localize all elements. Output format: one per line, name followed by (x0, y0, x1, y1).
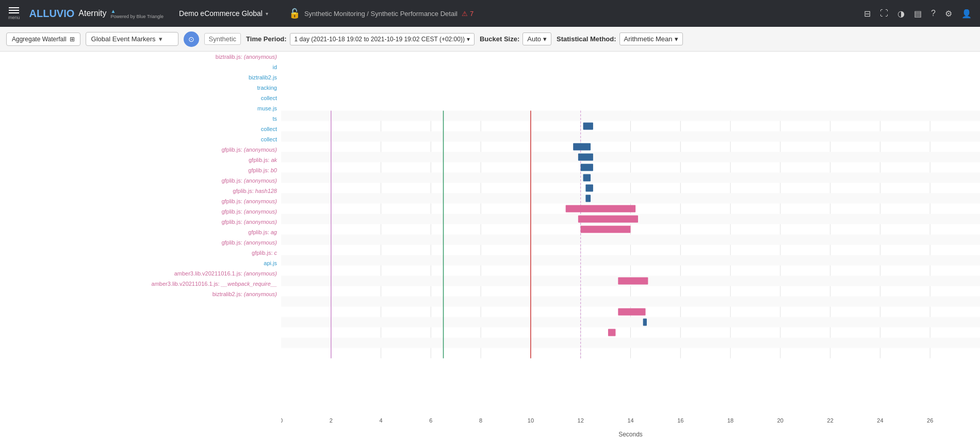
row-label: gfplib.js: b0 (0, 165, 281, 175)
chevron-down-icon: ▾ (675, 35, 678, 43)
time-period-area: Time Period: 1 day (2021-10-18 19:02 to … (246, 33, 475, 45)
waterfall-chart (281, 52, 980, 417)
row-label: api.js (0, 258, 281, 268)
svg-rect-15 (281, 152, 980, 163)
lock-icon: 🔓 (289, 8, 300, 19)
synthetic-label-text: Synthetic (209, 35, 236, 43)
logo-alluvio: ALLUVIO (29, 8, 75, 20)
svg-rect-13 (281, 111, 980, 121)
chevron-down-icon: ▾ (467, 36, 470, 43)
axis-row: 02468101214161820222426 Seconds (281, 417, 980, 438)
synthetic-tag: Synthetic (204, 33, 241, 45)
svg-rect-38 (581, 226, 631, 233)
row-label: gfplib.js: (anonymous) (0, 217, 281, 227)
axis-tick: 22 (827, 417, 834, 424)
chevron-down-icon: ▾ (266, 11, 268, 17)
layout-icon[interactable]: ▤ (914, 9, 922, 19)
stat-method-selector[interactable]: Arithmetic Mean ▾ (619, 33, 683, 45)
bucket-size-selector[interactable]: Auto ▾ (522, 33, 551, 45)
circle-action-button[interactable]: ⊙ (184, 31, 199, 47)
help-icon[interactable]: ? (931, 9, 936, 18)
row-label: id (0, 62, 281, 72)
svg-rect-33 (583, 174, 591, 182)
row-label: gfplib.js: hash128 (0, 186, 281, 196)
row-label: gfplib.js: c (0, 248, 281, 258)
fullscreen-icon[interactable]: ⛶ (880, 9, 888, 18)
row-label: collect (0, 93, 281, 103)
row-label: collect (0, 134, 281, 144)
row-label: gfplib.js: ak (0, 155, 281, 165)
user-icon[interactable]: 👤 (961, 9, 972, 19)
svg-rect-23 (281, 317, 980, 328)
svg-rect-36 (566, 205, 636, 213)
svg-rect-31 (578, 154, 593, 161)
axis-tick: 10 (528, 417, 534, 424)
axis-tick: 4 (380, 417, 383, 424)
row-label: biztralib.js: (anonymous) (0, 52, 281, 62)
global-event-label: Global Event Markers (91, 35, 156, 43)
svg-rect-37 (578, 216, 638, 223)
svg-rect-35 (585, 195, 591, 202)
breadcrumb-area: 🔓 Synthetic Monitoring / Synthetic Perfo… (289, 8, 859, 19)
chevron-down-icon: ▾ (159, 35, 162, 43)
svg-rect-32 (581, 164, 593, 171)
axis-tick: 12 (578, 417, 584, 424)
settings-icon[interactable]: ⚙ (945, 9, 952, 19)
time-period-label: Time Period: (246, 35, 287, 43)
svg-rect-30 (573, 143, 591, 151)
nav-icons: ⊟ ⛶ ◑ ▤ ? ⚙ 👤 (864, 9, 972, 19)
toolbar: Aggregate Waterfall ⊞ Global Event Marke… (0, 27, 980, 52)
svg-rect-22 (281, 297, 980, 307)
row-label: gfplib.js: (anonymous) (0, 175, 281, 186)
bucket-size-value-text: Auto (527, 35, 541, 43)
axis-tick: 24 (877, 417, 883, 424)
global-event-dropdown[interactable]: Global Event Markers ▾ (86, 32, 178, 46)
row-label: amber3.lib.v20211016.1.js: __webpack_req… (0, 279, 281, 289)
logo-area: ALLUVIO Aternity ▲ Powered by Blue Trian… (29, 8, 164, 20)
svg-rect-39 (618, 278, 648, 285)
row-label: ts (0, 113, 281, 124)
agg-waterfall-icon: ⊞ (70, 36, 75, 43)
demo-selector-label: Demo eCommerce Global (179, 9, 263, 18)
axis-tick: 6 (429, 417, 432, 424)
axis-tick: 0 (281, 417, 283, 424)
menu-button[interactable]: menu (8, 7, 20, 20)
logo-sub: ▲ Powered by Blue Triangle (111, 8, 164, 19)
stat-method-value-text: Arithmetic Mean (624, 35, 673, 43)
svg-rect-16 (281, 173, 980, 183)
row-label: gfplib.js: (anonymous) (0, 196, 281, 206)
powered-by: Powered by Blue Triangle (111, 14, 164, 19)
time-period-selector[interactable]: 1 day (2021-10-18 19:02 to 2021-10-19 19… (290, 33, 475, 45)
svg-rect-41 (643, 319, 647, 326)
alert-badge: ⚠ 7 (462, 10, 473, 18)
contrast-icon[interactable]: ◑ (897, 9, 905, 19)
row-label: tracking (0, 83, 281, 93)
chevron-down-icon: ▾ (543, 35, 547, 43)
row-label: collect (0, 124, 281, 134)
label-column: biztralib.js: (anonymous)idbiztralib2.js… (0, 52, 281, 438)
svg-rect-29 (583, 123, 593, 130)
row-label: gfplib.js: ag (0, 227, 281, 237)
axis-tick: 2 (330, 417, 333, 424)
alert-count: 7 (470, 10, 473, 18)
row-label: gfplib.js: (anonymous) (0, 144, 281, 155)
axis-tick: 18 (727, 417, 733, 424)
row-label: gfplib.js: (anonymous) (0, 206, 281, 217)
aggregate-waterfall-button[interactable]: Aggregate Waterfall ⊞ (6, 33, 80, 46)
svg-rect-14 (281, 132, 980, 142)
svg-rect-34 (585, 185, 593, 192)
bucket-size-area: Bucket Size: Auto ▾ (480, 33, 551, 45)
filter-icon[interactable]: ⊟ (864, 9, 871, 19)
axis-tick: 26 (927, 417, 933, 424)
svg-rect-17 (281, 193, 980, 204)
top-nav: menu ALLUVIO Aternity ▲ Powered by Blue … (0, 0, 980, 27)
svg-rect-19 (281, 235, 980, 245)
axis-label: Seconds (281, 431, 980, 438)
svg-rect-40 (618, 309, 645, 316)
demo-selector[interactable]: Demo eCommerce Global ▾ (179, 9, 268, 18)
main-area: biztralib.js: (anonymous)idbiztralib2.js… (0, 52, 980, 438)
breadcrumb: Synthetic Monitoring / Synthetic Perform… (304, 10, 458, 18)
svg-rect-42 (608, 329, 616, 336)
stat-method-label: Statistical Method: (557, 35, 616, 43)
axis-tick: 8 (479, 417, 482, 424)
